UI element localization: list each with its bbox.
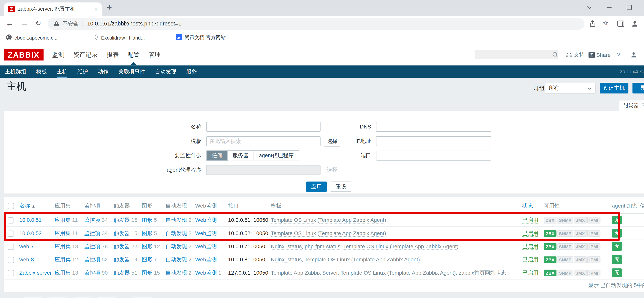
zabbix-logo[interactable]: ZABBIX [4,49,44,60]
items-link[interactable]: 监控项 [84,243,100,249]
host-name-link[interactable]: 10.0.0.52 [19,230,42,236]
status-enabled-link[interactable]: 已启用 [522,243,538,250]
reset-button[interactable]: 重设 [331,182,352,192]
name-filter-input[interactable] [206,122,320,131]
filter-tab[interactable]: 过滤器 [619,100,644,111]
web-link[interactable]: Web监测 [195,269,217,275]
template-link[interactable]: Template OS Linux [343,243,388,250]
applications-link[interactable]: 应用集 [55,256,70,262]
graphs-link[interactable]: 图形 [142,243,152,249]
triggers-link[interactable]: 触发器 [114,217,130,223]
template-link[interactable]: Template OS Linux [340,269,386,276]
triggers-link[interactable]: 触发器 [114,243,130,249]
ip-filter-input[interactable] [376,136,491,146]
nav-reports[interactable]: 报表 [106,44,119,66]
template-filter-input[interactable] [206,136,320,146]
mass-action-button[interactable] [132,297,152,298]
host-name-link[interactable]: 10.0.0.51 [19,217,42,223]
graphs-link[interactable]: 图形 [142,256,152,262]
subnav-host-groups[interactable]: 主机群组 [0,65,31,78]
search-icon[interactable] [552,51,558,58]
template-link[interactable]: zabbix首页网站状态 [459,269,506,276]
status-enabled-link[interactable]: 已启用 [522,256,538,263]
discovery-link[interactable]: 自动发现 [166,256,187,262]
monitored-by-any[interactable]: 任何 [207,151,228,161]
discovery-link[interactable]: 自动发现 [166,243,187,249]
tab-close-icon[interactable]: × [94,6,98,12]
items-link[interactable]: 监控项 [84,230,100,236]
status-enabled-link[interactable]: 已启用 [522,217,538,223]
template-link[interactable]: Template App Zabbix Agent [319,230,384,237]
select-all-checkbox[interactable] [8,203,14,209]
row-checkbox[interactable] [8,257,14,263]
items-link[interactable]: 监控项 [84,269,100,275]
bookmark-item[interactable]: Excalidraw | Hand... [94,34,145,41]
items-link[interactable]: 监控项 [84,256,100,262]
applications-link[interactable]: 应用集 [55,243,70,249]
import-button[interactable]: 导入 [632,83,644,93]
template-link[interactable]: Template App Zabbix Server [271,269,338,276]
apply-button[interactable]: 应用 [306,182,327,192]
web-link[interactable]: Web监测 [195,243,217,249]
web-link[interactable]: Web监测 [195,230,217,236]
back-button[interactable]: ← [6,19,14,28]
forward-button[interactable]: → [20,19,28,28]
subnav-event-correlation[interactable]: 关联项事件 [114,65,150,78]
window-minimize-button[interactable] [605,3,613,12]
host-name-link[interactable]: web-8 [19,256,34,262]
template-link[interactable]: php-fpm-status [305,243,340,250]
status-enabled-link[interactable]: 已启用 [522,269,538,276]
mass-action-button[interactable] [74,297,91,298]
support-link[interactable]: 支持 [566,44,584,66]
help-link[interactable]: ? [616,44,620,66]
template-link[interactable]: Template App Zabbix Agent [389,269,454,276]
window-maximize-button[interactable] [625,3,633,12]
url-text[interactable]: 10.0.0.61/zabbix/hosts.php?ddreset=1 [87,21,182,27]
side-panel-icon[interactable] [616,19,625,28]
graphs-link[interactable]: 图形 [142,269,152,275]
template-link[interactable]: Template App Zabbix Agent [353,256,418,263]
bookmark-item[interactable]: ebook.apecome.c... [6,34,57,41]
host-name-link[interactable]: Zabbix server [19,270,52,276]
new-tab-button[interactable]: + [107,3,112,12]
mass-action-button[interactable] [98,297,118,298]
template-link[interactable]: Nginx_status [271,243,302,250]
share-link[interactable]: Z Share [588,44,610,66]
row-checkbox[interactable] [8,217,14,223]
mass-action-button[interactable] [49,297,67,298]
subnav-discovery[interactable]: 自动发现 [150,65,182,78]
web-link[interactable]: Web监测 [195,217,217,223]
template-link[interactable]: Template OS Linux [271,217,316,223]
row-checkbox[interactable] [8,230,14,236]
column-header-name[interactable]: 名称▲ [19,202,35,209]
subnav-hosts[interactable]: 主机 [52,65,72,78]
global-search-input[interactable] [475,50,552,59]
mass-action-button[interactable] [24,297,44,298]
triggers-link[interactable]: 触发器 [114,269,130,275]
share-icon[interactable] [588,19,597,28]
triggers-link[interactable]: 触发器 [114,256,130,262]
template-link[interactable]: Template OS Linux [271,230,316,237]
status-enabled-link[interactable]: 已启用 [522,230,538,237]
discovery-link[interactable]: 自动发现 [166,217,187,223]
template-link[interactable]: Template App Zabbix Agent [319,217,384,223]
web-link[interactable]: Web监测 [195,256,217,262]
address-bar[interactable]: 不安全 10.0.0.61/zabbix/hosts.php?ddreset=1 [48,18,584,30]
security-label[interactable]: 不安全 [62,20,78,27]
nav-monitoring[interactable]: 监测 [52,44,64,66]
create-host-button[interactable]: 创建主机 [600,83,628,93]
port-filter-input[interactable] [376,151,491,161]
template-link[interactable]: Nginx_status [271,256,302,263]
row-checkbox[interactable] [8,243,14,249]
tab-search-chevron-icon[interactable] [585,3,593,12]
reload-button[interactable]: ↻ [35,19,41,28]
nav-administration[interactable]: 管理 [148,44,161,66]
discovery-link[interactable]: 自动发现 [166,269,187,275]
row-checkbox[interactable] [8,270,14,276]
subnav-templates[interactable]: 模板 [31,65,52,78]
items-link[interactable]: 监控项 [84,217,100,223]
template-link[interactable]: Template OS Linux [304,256,350,263]
nav-configuration[interactable]: 配置 [127,44,140,66]
bookmark-star-icon[interactable]: ☆ [601,19,610,27]
triggers-link[interactable]: 触发器 [114,230,130,236]
